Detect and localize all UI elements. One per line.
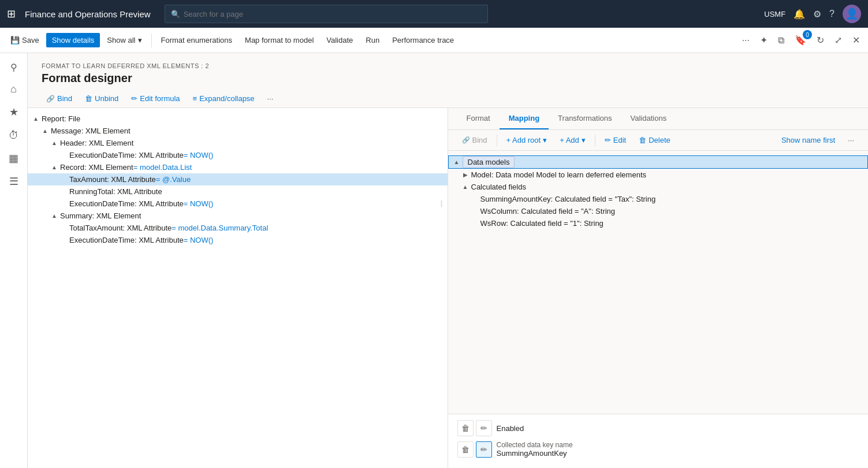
top-nav: ⊞ Finance and Operations Preview 🔍 USMF … (0, 0, 868, 28)
badge-container[interactable]: 🔖 0 (791, 32, 810, 48)
show-all-button[interactable]: Show all ▾ (101, 33, 147, 47)
avatar[interactable]: 👤 (843, 5, 861, 23)
save-button[interactable]: 💾 Save (5, 33, 45, 47)
pin-icon[interactable]: ✦ (757, 32, 771, 48)
popout-icon[interactable]: ⤢ (831, 32, 845, 48)
nav-right: USMF 🔔 ⚙ ? 👤 (764, 5, 861, 23)
close-icon[interactable]: ✕ (849, 32, 863, 48)
bell-icon[interactable]: 🔔 (794, 9, 805, 20)
format-enumerations-button[interactable]: Format enumerations (155, 33, 239, 47)
search-bar[interactable]: 🔍 (165, 5, 488, 23)
validate-button[interactable]: Validate (321, 33, 359, 47)
badge-count: 0 (803, 30, 812, 39)
save-icon: 💾 (10, 36, 20, 44)
search-input[interactable] (184, 10, 482, 18)
gear-icon[interactable]: ⚙ (813, 9, 821, 20)
app-title: Finance and Operations Preview (25, 9, 151, 19)
run-button[interactable]: Run (360, 33, 385, 47)
help-icon[interactable]: ? (829, 9, 835, 19)
main-toolbar: 💾 Save Show details Show all ▾ Format en… (0, 28, 868, 53)
app-grid-icon[interactable]: ⊞ (7, 8, 16, 20)
toolbar-right: ··· ✦ ⧉ 🔖 0 ↻ ⤢ ✕ (739, 32, 863, 48)
more-icon[interactable]: ··· (739, 33, 753, 48)
separator (151, 34, 152, 47)
search-icon: 🔍 (171, 10, 180, 18)
refresh-icon[interactable]: ↻ (813, 32, 828, 48)
username-label: USMF (764, 10, 785, 18)
performance-trace-button[interactable]: Performance trace (386, 33, 460, 47)
copy-icon[interactable]: ⧉ (774, 33, 788, 48)
show-details-button[interactable]: Show details (46, 33, 100, 47)
map-format-to-model-button[interactable]: Map format to model (239, 33, 319, 47)
